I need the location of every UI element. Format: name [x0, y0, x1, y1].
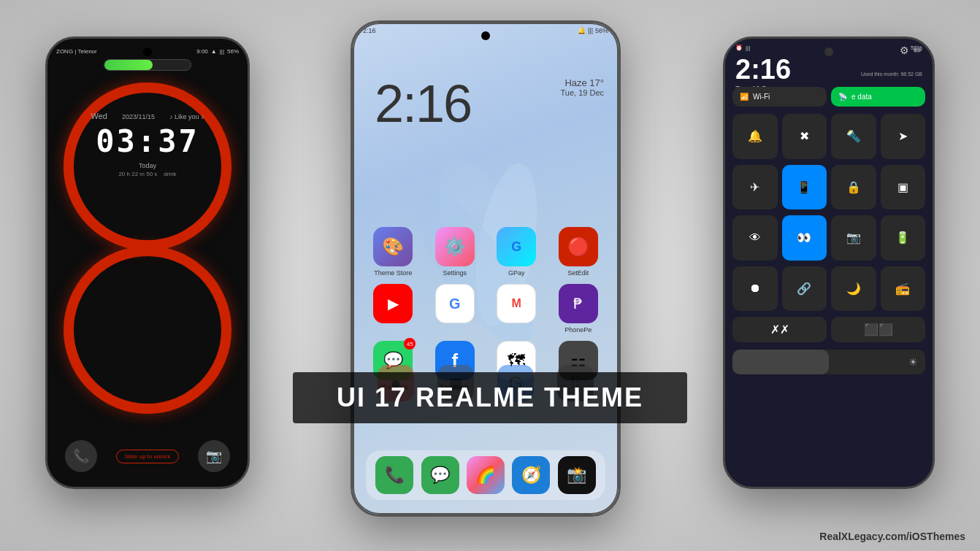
edit-icon-right[interactable]: ✏ — [914, 45, 922, 56]
eye2-btn[interactable]: 👀 — [782, 215, 827, 261]
lock-btn[interactable]: 🔒 — [831, 165, 876, 210]
wifi-off-icon: 📶 — [740, 93, 749, 101]
app-setedit-label: SetEdit — [567, 269, 589, 277]
app-google[interactable]: G — [428, 284, 483, 334]
cc-grid-row1: 🔔 ✖ 🔦 ➤ — [725, 111, 933, 162]
phone-left: ZONG | Telenor 9:00 ▲ ||| 56% Wed 2023/1… — [45, 36, 250, 489]
battery-saver-btn[interactable]: 🔋 — [881, 215, 926, 261]
screen-btn[interactable]: ▣ — [881, 165, 926, 210]
app-settings[interactable]: ⚙️ Settings — [428, 227, 483, 277]
link-btn[interactable]: 🔗 — [782, 266, 827, 312]
mobile-label: e data — [851, 93, 872, 101]
dock-messages[interactable]: 💬 — [421, 456, 459, 494]
app-gmail-icon: M — [497, 284, 536, 323]
dock-camera[interactable]: 📸 — [558, 456, 596, 494]
bell-btn[interactable]: 🔔 — [732, 114, 778, 159]
brightness-fill — [732, 350, 829, 374]
app-gmail[interactable]: M — [489, 284, 544, 334]
camera-btn[interactable]: 📷 — [831, 215, 876, 261]
app-settings-label: Settings — [443, 269, 467, 277]
time-left: 9:00 — [196, 48, 208, 55]
camera-icon-left[interactable]: 📷 — [198, 440, 230, 472]
wifi-label: Wi-Fi — [753, 93, 770, 101]
clock-today: Today — [47, 162, 248, 169]
watermark: RealXLegacy.com/iOSThemes — [819, 531, 965, 542]
center-weather: Haze 17° Tue, 19 Dec — [560, 77, 604, 97]
alarm-right: ⏰ — [735, 45, 743, 51]
punch-hole-left — [143, 47, 152, 56]
clock-display: Wed 2023/11/15 ♪ Like you ♪ 03:37 Today … — [47, 112, 248, 177]
battery-bar — [104, 59, 191, 71]
cast-btn[interactable]: 📻 — [881, 266, 926, 312]
cc-top-row: 📶 Wi-Fi 📡 e data — [725, 82, 933, 111]
eye-btn[interactable]: 👁 — [732, 215, 778, 261]
app-setedit[interactable]: 🔴 SetEdit — [551, 227, 606, 277]
banner-text: UI 17 REALME THEME — [337, 382, 643, 412]
signal-icon-left: ||| — [220, 48, 224, 55]
mobile-data-button[interactable]: 📡 e data — [831, 87, 925, 107]
alarm-icon: 🔔 — [578, 27, 586, 34]
weather-date: Tue, 19 Dec — [560, 88, 604, 97]
app-setedit-icon: 🔴 — [559, 227, 598, 266]
app-theme-store[interactable]: 🎨 Theme Store — [366, 227, 421, 277]
battery-left: 56% — [227, 48, 239, 55]
phone-left-content: ZONG | Telenor 9:00 ▲ ||| 56% Wed 2023/1… — [47, 39, 248, 487]
clock-note: ♪ Like you ♪ — [169, 113, 204, 120]
app-settings-icon: ⚙️ — [435, 227, 475, 266]
clock-day: Wed — [91, 112, 107, 120]
app-youtube[interactable]: ▶ — [366, 284, 421, 334]
center-clock: 2:16 — [375, 74, 471, 134]
remote-btn[interactable]: 📱 — [782, 165, 827, 210]
app-phonepe[interactable]: ₱ PhonePe — [551, 284, 606, 334]
whatsapp-badge: 45 — [404, 338, 416, 350]
punch-hole-right — [824, 47, 833, 56]
battery-fill — [104, 60, 153, 70]
app-theme-store-label: Theme Store — [374, 269, 412, 277]
app-phonepe-icon: ₱ — [559, 284, 598, 323]
bluetooth-btn[interactable]: ✖ — [782, 114, 827, 159]
slide-unlock-text[interactable]: Slide up to unlock — [116, 450, 178, 463]
record-btn[interactable]: ⏺ — [732, 266, 778, 312]
gear-icon-right[interactable]: ⚙ — [900, 45, 909, 56]
ring-bottom — [64, 246, 231, 414]
ring-circle-bottom — [64, 246, 231, 414]
cc-grid-row5: ✗✗ ⬛⬛ — [725, 314, 933, 345]
clock-time: 03:37 — [47, 123, 248, 159]
navigation-btn[interactable]: ➤ — [881, 114, 926, 159]
weather-temp: Haze 17° — [560, 77, 604, 88]
clock-date: 2023/11/15 — [122, 113, 155, 120]
brightness-bar[interactable]: ☀ — [732, 350, 925, 374]
dock-safari[interactable]: 🧭 — [512, 456, 550, 494]
phone-right: ⏰ ||| 56% ⚙ ✏ 2:16 Tue, 19 Dec Used this… — [723, 36, 935, 489]
cc-grid-row2: ✈ 📱 🔒 ▣ — [725, 162, 933, 213]
signal-center: ||| — [588, 27, 593, 34]
torch-btn[interactable]: 🔦 — [831, 114, 876, 159]
lock-bottom: 📞 Slide up to unlock 📷 — [47, 440, 248, 472]
carrier-text: ZONG | Telenor — [56, 48, 97, 55]
screen-mirror-btn[interactable]: ⬛⬛ — [831, 317, 925, 342]
center-time-status: 2:16 — [363, 27, 376, 34]
dock-phone[interactable]: 📞 — [375, 456, 413, 494]
cc-status-left: ⏰ ||| — [735, 45, 750, 51]
status-bar-center: 2:16 🔔 ||| 56% — [353, 27, 619, 34]
brightness-icon: ☀ — [908, 356, 918, 368]
airplane-btn[interactable]: ✈ — [732, 165, 778, 210]
mobile-icon: 📡 — [838, 93, 847, 101]
cc-grid-row4: ⏺ 🔗 🌙 📻 — [725, 263, 933, 315]
cc-time: 2:16 — [725, 51, 933, 85]
dnd-btn[interactable]: ✗✗ — [732, 317, 827, 342]
battery-center: 56% — [595, 27, 608, 34]
wifi-button[interactable]: 📶 Wi-Fi — [732, 87, 827, 107]
app-phonepe-label: PhonePe — [564, 326, 592, 334]
phone-center: 2:16 🔔 ||| 56% 2:16 Haze 17° Tue, 19 Dec — [351, 20, 621, 517]
phone-icon-left[interactable]: 📞 — [65, 440, 97, 472]
center-status-icons: 🔔 ||| 56% — [578, 27, 608, 34]
cc-grid-row3: 👁 👀 📷 🔋 — [725, 212, 933, 263]
app-youtube-icon: ▶ — [373, 284, 413, 323]
dock-photos[interactable]: 🌈 — [467, 456, 505, 494]
signal-right: ||| — [746, 45, 750, 51]
moon-btn[interactable]: 🌙 — [831, 266, 876, 312]
app-gpay[interactable]: G GPay — [489, 227, 544, 277]
dock: 📞 💬 🌈 🧭 📸 — [366, 450, 605, 500]
app-google-icon: G — [435, 284, 475, 323]
